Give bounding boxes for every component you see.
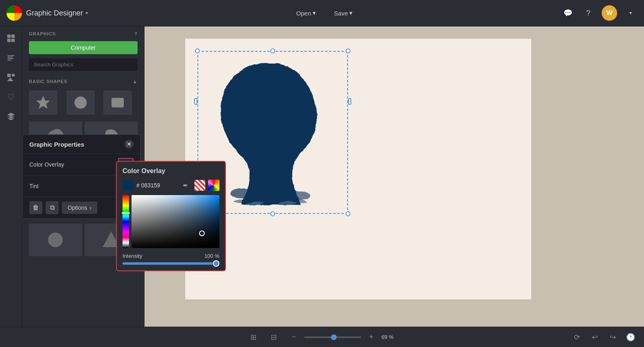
avatar-chevron-icon[interactable]: ▾ <box>624 6 637 20</box>
svg-rect-0 <box>7 35 11 38</box>
search-graphics-input[interactable] <box>29 58 138 71</box>
shape-rect[interactable] <box>103 90 132 115</box>
redo-button[interactable]: ↪ <box>606 330 620 344</box>
app-title-text: Graphic Designer <box>26 9 83 18</box>
history-button[interactable]: 🕐 <box>624 330 637 344</box>
open-button[interactable]: Open ▾ <box>291 7 322 19</box>
shape-circle[interactable] <box>66 90 95 115</box>
color-input-row: # 083159 ✒ <box>123 180 219 191</box>
zoom-slider[interactable] <box>304 336 361 338</box>
handle-bottom-right[interactable] <box>346 211 350 216</box>
save-button[interactable]: Save ▾ <box>328 7 358 19</box>
graphics-label: GRAPHICS <box>29 31 56 36</box>
tint-label: Tint <box>29 183 39 189</box>
svg-rect-8 <box>7 74 11 77</box>
app-logo[interactable] <box>7 5 22 21</box>
eyedropper-icon[interactable]: ✒ <box>180 180 191 191</box>
gradient-preset-button[interactable] <box>208 180 219 191</box>
zoom-in-button[interactable]: + <box>364 330 378 344</box>
hex-value-display[interactable]: # 083159 <box>136 182 176 189</box>
handle-mid-left[interactable] <box>194 98 197 105</box>
svg-point-12 <box>74 97 87 109</box>
basic-shapes-header: BASIC SHAPES ▲ <box>22 76 144 87</box>
gradient-canvas[interactable] <box>131 195 219 248</box>
gradient-cursor <box>199 231 205 236</box>
intensity-slider-thumb[interactable] <box>213 260 219 267</box>
svg-rect-6 <box>8 58 14 59</box>
zoom-out-button[interactable]: − <box>287 330 301 344</box>
svg-marker-11 <box>36 96 50 109</box>
chat-icon[interactable]: 💬 <box>561 6 575 20</box>
intensity-slider[interactable] <box>123 262 219 265</box>
computer-button[interactable]: Computer <box>29 41 138 54</box>
close-props-button[interactable]: ✕ <box>125 140 134 149</box>
layers-tool-button[interactable]: ⊞ <box>246 330 260 344</box>
options-button[interactable]: Options › <box>62 202 97 214</box>
svg-point-9 <box>12 74 15 77</box>
popup-title: Color Overlay <box>123 167 219 175</box>
graphics-help-icon[interactable]: ? <box>134 31 138 36</box>
zoom-percent-display: 69 % <box>381 334 398 340</box>
color-picker-area <box>123 195 219 248</box>
svg-point-17 <box>288 191 311 200</box>
handle-top-center[interactable] <box>270 48 275 53</box>
spectrum-bar[interactable] <box>123 195 129 248</box>
color-overlay-popup: Color Overlay # 083159 ✒ Intensity 100 % <box>116 161 226 271</box>
topbar: Graphic Designer ▾ Open ▾ Save ▾ 💬 ? W ▾ <box>0 0 644 26</box>
handle-top-right[interactable] <box>346 48 350 53</box>
color-overlay-label: Color Overlay <box>29 161 64 168</box>
options-label: Options <box>68 204 87 211</box>
collapse-icon[interactable]: ▲ <box>133 79 138 84</box>
canvas-wrapper <box>185 39 531 299</box>
app-title[interactable]: Graphic Designer ▾ <box>26 9 88 18</box>
help-icon[interactable]: ? <box>581 6 595 20</box>
bottom-toolbar: ⊞ ⊟ − + 69 % ⟳ ↩ ↪ 🕐 <box>0 327 644 347</box>
handle-bottom-center[interactable] <box>270 211 275 216</box>
props-title: Graphic Properties <box>29 141 84 148</box>
svg-rect-3 <box>11 39 15 42</box>
refresh-icon[interactable]: ⟳ <box>570 330 584 344</box>
sidebar-item-shapes[interactable] <box>3 70 19 85</box>
svg-rect-13 <box>112 98 124 107</box>
svg-rect-7 <box>8 60 11 61</box>
spectrum-indicator <box>122 212 130 214</box>
graphic-thumb-3[interactable] <box>29 224 82 256</box>
intensity-value: 100 % <box>204 253 219 259</box>
preset-buttons <box>194 180 219 191</box>
shapes-grid <box>22 87 144 118</box>
svg-point-16 <box>230 189 254 198</box>
left-sidebar: ♡ <box>0 26 22 327</box>
topbar-right-icons: 💬 ? W ▾ <box>561 5 637 21</box>
sidebar-item-layers[interactable] <box>3 109 19 124</box>
svg-rect-5 <box>8 57 13 57</box>
shape-star[interactable] <box>29 90 57 115</box>
basic-shapes-label: BASIC SHAPES <box>29 79 68 84</box>
undo-button[interactable]: ↩ <box>588 330 602 344</box>
grid-tool-button[interactable]: ⊟ <box>267 330 280 344</box>
center-actions: Open ▾ Save ▾ <box>291 7 359 19</box>
svg-rect-1 <box>11 35 15 38</box>
avatar[interactable]: W <box>602 5 617 21</box>
transparent-preset-button[interactable] <box>194 180 206 191</box>
graphics-panel-header: GRAPHICS ? <box>22 26 144 41</box>
duplicate-button[interactable]: ⧉ <box>46 201 59 214</box>
intensity-row: Intensity 100 % <box>123 253 219 259</box>
handle-mid-right[interactable] <box>348 98 351 105</box>
svg-marker-10 <box>7 77 13 81</box>
svg-point-14 <box>48 233 63 247</box>
zoom-controls: − + 69 % <box>287 330 398 344</box>
props-header: Graphic Properties ✕ <box>23 135 140 154</box>
small-color-swatch[interactable] <box>123 180 133 191</box>
bottom-right-tools: ⟳ ↩ ↪ 🕐 <box>570 330 637 344</box>
zoom-slider-thumb[interactable] <box>331 334 337 340</box>
intensity-label: Intensity <box>123 253 142 259</box>
delete-button[interactable]: 🗑 <box>29 201 42 214</box>
sidebar-item-text[interactable] <box>3 50 19 66</box>
handle-top-left[interactable] <box>195 48 200 53</box>
options-chevron: › <box>90 204 92 211</box>
svg-rect-2 <box>7 39 11 42</box>
sidebar-item-graphics[interactable] <box>3 31 19 46</box>
svg-rect-4 <box>8 55 15 56</box>
app-title-chevron: ▾ <box>85 10 88 16</box>
sidebar-item-favorites[interactable]: ♡ <box>3 89 19 105</box>
